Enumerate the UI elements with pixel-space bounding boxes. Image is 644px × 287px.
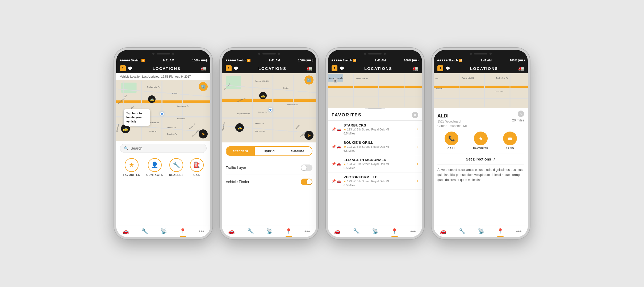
quick-actions-1: ★ FAVORITES 👤 CONTACTS 🔧 DEALERS ⛽ GAS <box>116 155 210 178</box>
nav-marker-1: ➤ <box>199 129 208 138</box>
starbucks-addr: ★ 123 W. 5th Street, Royal Oak MI <box>344 128 414 131</box>
vehicle-finder-label: Vehicle Finder <box>226 180 249 184</box>
svg-text:Cedar Hut...: Cedar Hut... <box>495 90 504 92</box>
phones-container: Sketch 📶 9:41 AM 100% 1 💬 LOCATIONS 🚛 Ve… <box>114 48 530 239</box>
status-right-4: 100% <box>510 59 524 62</box>
action-contacts[interactable]: 👤 CONTACTS <box>146 158 163 176</box>
nav-location-4[interactable]: 📍 <box>497 228 504 234</box>
chevron-boukies: › <box>417 144 418 149</box>
boukies-dist: 6.5 Miles <box>344 149 414 152</box>
vectorform-addr-text: 123 W. 5th Street, Royal Oak MI <box>347 180 389 183</box>
chat-icon-4: 💬 <box>445 66 450 70</box>
nav-wrench-3[interactable]: 🔧 <box>353 228 360 234</box>
wifi-icon-2: 📶 <box>247 59 251 62</box>
signal-nav-icon-4: 📡 <box>478 228 484 234</box>
close-detail-btn[interactable]: ✕ <box>518 111 524 117</box>
favorites-label: FAVORITES <box>123 174 140 176</box>
search-icon-1: 🔍 <box>124 146 128 150</box>
signal-nav-icon-1: 📡 <box>160 228 167 234</box>
close-favorites-btn[interactable]: ✕ <box>412 112 418 118</box>
status-bar-3: Sketch 📶 9:41 AM 100% <box>328 57 422 63</box>
map-type-toggle[interactable]: Standard Hybrid Satellite <box>226 146 312 156</box>
notification-badge-1: 1 <box>120 65 126 71</box>
map-background-1: Twelve Mile Rd Cedar Woodsboro Dr Fairmo… <box>116 80 210 141</box>
status-right-3: 100% <box>404 59 418 62</box>
favorites-title: FAVORITES <box>332 112 362 118</box>
notification-badge-3: 1 <box>332 65 337 71</box>
fav-item-boukies[interactable]: 📌 🚗 BOUKIE'S GRILL ★ 123 W. 5th Street, … <box>328 138 422 155</box>
bottom-nav-2: 🚗 🔧 📡 📍 ••• <box>222 226 316 237</box>
favorites-icon: ★ <box>125 158 139 172</box>
nav-location-2[interactable]: 📍 <box>285 228 292 234</box>
nav-location-1[interactable]: 📍 <box>179 228 186 234</box>
satellite-map-btn[interactable]: Satellite <box>283 147 312 155</box>
header-left-2: 1 💬 <box>226 65 238 71</box>
detail-action-buttons: 📞 CALL ★ FAVORITE <box>437 128 524 154</box>
nav-car-2[interactable]: 🚗 <box>228 228 235 234</box>
camera-1 <box>152 53 154 55</box>
nav-car-4[interactable]: 🚗 <box>440 228 446 234</box>
fav-icons-elizabeth: 📌 🚗 <box>332 162 341 166</box>
action-dealers[interactable]: 🔧 DEALERS <box>169 158 184 176</box>
standard-map-btn[interactable]: Standard <box>226 147 255 155</box>
svg-text:Wiltshire Rd: Wiltshire Rd <box>149 122 159 124</box>
nav-more-1[interactable]: ••• <box>199 228 204 234</box>
speaker-3 <box>368 53 382 54</box>
nav-signal-4[interactable]: 📡 <box>478 228 484 234</box>
fav-item-elizabeth[interactable]: 📌 🚗 ELIZABETH MCDONALD ★ 123 W. 5th Stre… <box>328 155 422 172</box>
get-directions-row[interactable]: Get Directions ↗ <box>437 154 524 165</box>
tow-truck-icon-1: 🚛 <box>201 65 207 71</box>
svg-rect-23 <box>226 76 241 89</box>
svg-text:Twelve Mile Rd: Twelve Mile Rd <box>356 78 368 79</box>
nav-wrench-4[interactable]: 🔧 <box>459 228 466 234</box>
call-action[interactable]: 📞 CALL <box>445 132 458 150</box>
camera-4 <box>470 53 472 55</box>
nav-signal-2[interactable]: 📡 <box>266 228 273 234</box>
nav-location-3[interactable]: 📍 <box>391 228 398 234</box>
signal-dots-3 <box>332 60 342 61</box>
favorite-action[interactable]: ★ FAVORITE <box>473 132 488 150</box>
signal-nav-icon-2: 📡 <box>266 228 273 234</box>
nav-wrench-1[interactable]: 🔧 <box>141 228 148 234</box>
vehicle-finder-toggle[interactable] <box>301 179 312 185</box>
search-input-1[interactable] <box>131 146 203 150</box>
nav-wrench-2[interactable]: 🔧 <box>247 228 254 234</box>
map-svg-4: Nort... Twelve Mile Rd Twelve Mile Rd Ce… <box>434 73 528 108</box>
more-nav-icon-3: ••• <box>410 228 416 234</box>
speaker-4 <box>474 53 487 54</box>
car-icon-starbucks: 🚗 <box>337 127 341 131</box>
nav-signal-3[interactable]: 📡 <box>372 228 379 234</box>
nav-car-1[interactable]: 🚗 <box>122 228 129 234</box>
wrench-nav-icon-4: 🔧 <box>459 228 466 234</box>
traffic-layer-toggle[interactable] <box>301 164 312 171</box>
action-favorites[interactable]: ★ FAVORITES <box>123 158 140 176</box>
app-header-4: 1 💬 LOCATIONS 🚛 <box>434 63 528 73</box>
map-area-2[interactable]: Twelve Mile Rd Cedar Woodsboro Dr Frankl… <box>222 73 316 142</box>
status-left-2: Sketch 📶 <box>226 59 251 62</box>
nav-signal-1[interactable]: 📡 <box>160 228 167 234</box>
svg-text:Woodsboro Dr: Woodsboro Dr <box>287 104 299 105</box>
svg-text:75: 75 <box>334 80 336 82</box>
fav-item-vectorform[interactable]: 📌 🚗 VECTORFORM LLC. ★ 123 W. 5th Street,… <box>328 172 422 190</box>
send-action[interactable]: → SEND <box>503 132 517 150</box>
car-nav-icon-2: 🚗 <box>228 228 235 234</box>
svg-text:Wiltshire Rd: Wiltshire Rd <box>258 111 267 113</box>
boukies-addr-text: 123 W. 5th Street, Royal Oak MI <box>347 145 389 148</box>
svg-text:Edgewood Blvd: Edgewood Blvd <box>237 113 250 115</box>
car-icon-elizabeth: 🚗 <box>337 162 341 166</box>
phone-top-bar-1 <box>116 50 210 57</box>
chevron-starbucks: › <box>417 127 418 132</box>
action-gas[interactable]: ⛽ GAS <box>190 158 204 176</box>
wrench-nav-icon-2: 🔧 <box>247 228 254 234</box>
fav-item-starbucks[interactable]: 📌 🚗 STARBUCKS ★ 123 W. 5th Street, Royal… <box>328 121 422 138</box>
pin-icon-starbucks: 📌 <box>332 127 336 131</box>
nav-more-3[interactable]: ••• <box>410 228 416 234</box>
nav-more-4[interactable]: ••• <box>516 228 522 234</box>
search-bar-1[interactable]: 🔍 <box>120 144 207 153</box>
map-area-1[interactable]: Twelve Mile Rd Cedar Woodsboro Dr Fairmo… <box>116 80 210 141</box>
hybrid-map-btn[interactable]: Hybrid <box>255 147 283 155</box>
locate-tooltip[interactable]: Tap here to locate your vehicle <box>124 109 150 126</box>
taxi-marker-2: 🚕 <box>235 123 244 132</box>
nav-car-3[interactable]: 🚗 <box>334 228 341 234</box>
nav-more-2[interactable]: ••• <box>304 228 310 234</box>
